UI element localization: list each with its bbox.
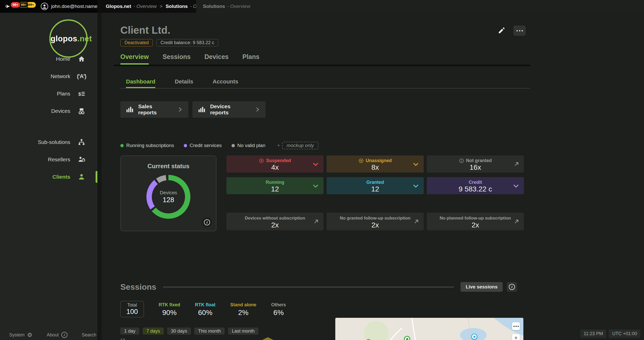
- followup-cards-grid: Devices without subscription 2x No grant…: [226, 213, 524, 230]
- rover-device-icon: [76, 107, 87, 115]
- clock-time: 11:23 PM: [580, 330, 606, 338]
- mockup-note: + mockup only: [277, 142, 318, 149]
- system-button[interactable]: System ⚙: [9, 332, 32, 338]
- breadcrumb-root-note: - Overview: [133, 4, 157, 9]
- report-buttons: Sales reports Devices reports: [120, 101, 644, 118]
- topbar-secondary-tab-area: Solutions - Overview: [196, 0, 644, 13]
- client-header: Client Ltd. Deactivated Credit balance: …: [120, 25, 530, 46]
- sessions-info-button[interactable]: i: [507, 282, 517, 292]
- secondary-tab-note[interactable]: - Overview: [227, 4, 250, 9]
- antenna-icon: ('A'): [76, 73, 87, 80]
- status-area: Current status Devices 128 i Suspended 4…: [120, 155, 644, 231]
- tabs-separator: [114, 65, 530, 66]
- y-axis-tick: 12: [120, 338, 125, 340]
- filter-1-day[interactable]: 1 day: [120, 327, 139, 335]
- sidebar-footer: System ⚙ About i Search: [9, 332, 92, 338]
- chevron-down-icon[interactable]: [312, 182, 319, 190]
- sessions-section: Sessions Live sessions i Total 100 RTK f…: [120, 282, 530, 340]
- current-status-info-button[interactable]: i: [202, 217, 212, 227]
- sidebar-item-label: Resellers: [48, 156, 70, 163]
- chart-peak: [259, 337, 277, 340]
- breadcrumb-separator-icon: >: [159, 4, 163, 9]
- legend-dot: [184, 144, 187, 147]
- status-card-not-granted[interactable]: Not granted 16x: [427, 155, 524, 173]
- user-email: john.doe@host.name: [51, 4, 97, 9]
- breadcrumb-tab[interactable]: Glopos.net - Overview > Solutions - Over…: [97, 0, 196, 13]
- stat-rtk-float: RTK float 60%: [195, 301, 215, 317]
- header-actions: [498, 26, 526, 36]
- open-arrow-icon[interactable]: [513, 218, 520, 225]
- devices-donut-chart: Devices 128: [146, 175, 190, 219]
- map-marker-blue[interactable]: [471, 334, 477, 340]
- tab-devices[interactable]: Devices: [204, 53, 229, 65]
- breadcrumb-section: Solutions: [166, 4, 188, 9]
- zoom-in-button[interactable]: +: [512, 334, 520, 340]
- sidebar-item-plans[interactable]: Plans $: [0, 85, 97, 102]
- current-status-title: Current status: [121, 163, 216, 170]
- subtab-details[interactable]: Details: [175, 78, 193, 88]
- home-icon: [76, 55, 87, 63]
- sidebar-item-home[interactable]: Home: [0, 50, 97, 68]
- sales-reports-button[interactable]: Sales reports: [120, 101, 188, 118]
- chevron-down-icon[interactable]: [512, 182, 520, 190]
- chevron-down-icon[interactable]: [412, 182, 420, 190]
- map-tiles: [335, 318, 523, 340]
- filter-7-days[interactable]: 7 days: [143, 327, 164, 335]
- main-content: Client Ltd. Deactivated Credit balance: …: [101, 13, 644, 340]
- card-no-granted-followup[interactable]: No granted follow-up subscription 2x: [327, 213, 424, 230]
- open-arrow-icon[interactable]: [313, 218, 319, 225]
- map-more-button[interactable]: [512, 322, 520, 330]
- user-menu[interactable]: john.doe@host.name: [41, 3, 97, 10]
- card-no-planned-followup[interactable]: No planned follow-up subscription 2x: [427, 213, 524, 230]
- clock-bar: 11:23 PM UTC +01:00: [580, 330, 640, 338]
- subtab-dashboard[interactable]: Dashboard: [126, 78, 155, 88]
- status-card-suspended[interactable]: Suspended 4x: [226, 155, 324, 173]
- sidebar-item-sub-solutions[interactable]: Sub-solutions: [0, 133, 97, 151]
- sidebar-item-label: Clients: [52, 174, 70, 180]
- sidebar-item-label: Network: [51, 73, 70, 79]
- tab-sessions[interactable]: Sessions: [163, 53, 191, 65]
- sidebar-item-resellers[interactable]: Resellers: [0, 151, 97, 168]
- clock-timezone: UTC +01:00: [609, 330, 640, 338]
- live-sessions-button[interactable]: Live sessions: [461, 282, 503, 292]
- avatar-icon: [41, 3, 48, 10]
- tab-overview[interactable]: Overview: [120, 53, 149, 65]
- filter-30-days[interactable]: 30 days: [167, 327, 191, 335]
- tab-plans[interactable]: Plans: [243, 53, 260, 65]
- status-card-granted[interactable]: Granted 12: [327, 177, 424, 194]
- main-tabs: Overview Sessions Devices Plans: [120, 53, 644, 65]
- notifications-button[interactable]: 99+ 99+ 99+: [0, 0, 37, 13]
- credit-balance-badge: Credit balance: 9 583.22 c: [156, 39, 218, 46]
- about-button[interactable]: About i: [47, 332, 67, 338]
- status-card-unassigned[interactable]: Unassigned 8x: [327, 155, 424, 173]
- secondary-tab-label[interactable]: Solutions: [203, 4, 225, 9]
- open-arrow-icon[interactable]: [513, 161, 520, 167]
- sidebar-item-network[interactable]: Network ('A'): [0, 68, 97, 85]
- open-arrow-icon[interactable]: [413, 218, 420, 225]
- plus-icon: +: [277, 143, 280, 148]
- breadcrumb-root: Glopos.net: [106, 4, 131, 9]
- chevron-right-icon: [254, 106, 260, 113]
- status-card-running[interactable]: Running 12: [226, 177, 324, 194]
- critical-count-badge[interactable]: 99+: [11, 2, 20, 8]
- donut-center-label: Devices: [160, 190, 177, 196]
- sidebar-item-clients[interactable]: Clients: [0, 168, 97, 186]
- warning-count-badge[interactable]: 99+: [19, 2, 29, 8]
- filter-last-month[interactable]: Last month: [228, 327, 258, 335]
- chevron-down-icon[interactable]: [412, 160, 420, 168]
- stat-stand-alone: Stand alone 2%: [230, 301, 256, 317]
- edit-button[interactable]: [498, 27, 505, 34]
- sub-tabs: Dashboard Details Accounts: [120, 78, 644, 88]
- sessions-map[interactable]: 16 +: [335, 318, 523, 340]
- more-actions-button[interactable]: [513, 26, 526, 36]
- gear-icon: ⚙: [27, 332, 32, 338]
- client-person-icon: [76, 173, 87, 181]
- devices-reports-button[interactable]: Devices reports: [192, 101, 266, 118]
- subtab-accounts[interactable]: Accounts: [213, 78, 238, 88]
- sidebar-item-devices[interactable]: Devices: [0, 102, 97, 120]
- svg-text:$: $: [78, 91, 81, 97]
- status-card-credit[interactable]: Credit 9 583.22 c: [427, 177, 524, 194]
- filter-this-month[interactable]: This month: [194, 327, 225, 335]
- chevron-down-icon[interactable]: [312, 160, 319, 168]
- card-devices-without-subscription[interactable]: Devices without subscription 2x: [226, 213, 324, 230]
